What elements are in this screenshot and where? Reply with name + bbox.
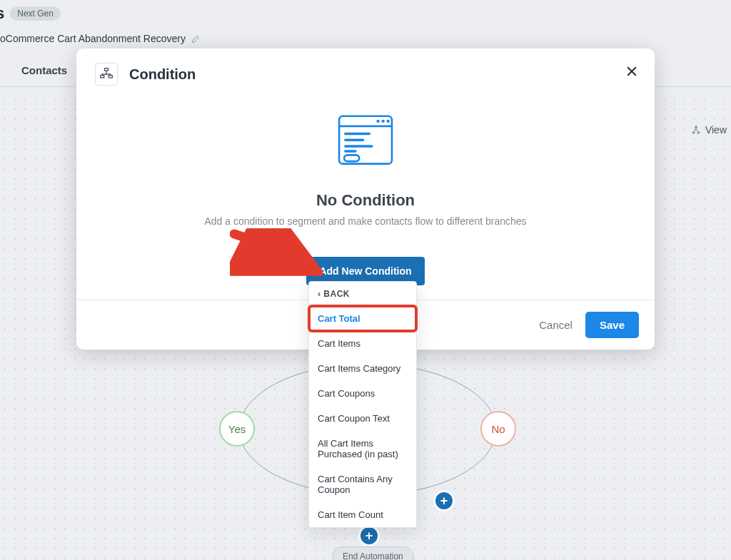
svg-point-11 <box>381 120 384 123</box>
branch-no-label: No <box>491 423 505 435</box>
condition-type-icon <box>95 63 118 86</box>
tab-contacts-label: Contacts <box>21 64 67 76</box>
cancel-button[interactable]: Cancel <box>539 319 573 331</box>
condition-dropdown: ‹ BACK Cart Total Cart Items Cart Items … <box>308 281 417 528</box>
dropdown-back-button[interactable]: ‹ BACK <box>309 282 416 306</box>
condition-illustration-icon <box>334 110 397 173</box>
svg-rect-17 <box>344 155 359 161</box>
dropdown-item-cart-coupons[interactable]: Cart Coupons <box>309 381 416 406</box>
svg-rect-6 <box>101 76 104 78</box>
dropdown-item-cart-items-category[interactable]: Cart Items Category <box>309 356 416 381</box>
view-toggle-label: View <box>705 124 727 136</box>
add-new-condition-label: Add New Condition <box>319 265 411 277</box>
dropdown-item-cart-contains-any-coupon[interactable]: Cart Contains Any Coupon <box>309 467 416 502</box>
empty-state-title: No Condition <box>105 191 626 210</box>
close-button[interactable] <box>625 64 639 81</box>
branch-icon <box>691 125 701 135</box>
svg-point-3 <box>692 132 694 133</box>
svg-rect-5 <box>105 68 109 71</box>
end-automation-node[interactable]: End Automation <box>332 546 414 560</box>
dropdown-item-cart-items[interactable]: Cart Items <box>309 331 416 356</box>
branch-node-no[interactable]: No <box>480 411 516 447</box>
close-icon <box>625 64 639 78</box>
page-title-fragment: s <box>0 4 4 23</box>
dropdown-item-cart-item-count[interactable]: Cart Item Count <box>309 502 416 527</box>
svg-point-12 <box>386 120 389 123</box>
svg-rect-7 <box>109 76 112 78</box>
branch-yes-label: Yes <box>228 423 246 435</box>
nextgen-badge: Next Gen <box>10 6 61 21</box>
end-automation-label: End Automation <box>343 551 403 560</box>
view-toggle-button[interactable]: View <box>691 124 727 136</box>
svg-point-10 <box>376 120 379 123</box>
tab-contacts[interactable]: Contacts <box>20 60 69 86</box>
svg-point-4 <box>697 132 699 133</box>
add-step-middle-button[interactable]: + <box>361 527 378 544</box>
edit-icon[interactable] <box>191 34 201 44</box>
empty-state-subtitle: Add a condition to segment and make cont… <box>105 215 626 227</box>
dropdown-item-all-cart-items-purchased[interactable]: All Cart Items Purchased (in past) <box>309 431 416 467</box>
save-button[interactable]: Save <box>585 312 639 338</box>
add-step-right-button[interactable]: + <box>435 492 453 509</box>
modal-title: Condition <box>129 66 196 83</box>
chevron-left-icon: ‹ <box>318 289 321 299</box>
dropdown-item-cart-coupon-text[interactable]: Cart Coupon Text <box>309 406 416 431</box>
svg-point-2 <box>695 126 697 128</box>
branch-node-yes[interactable]: Yes <box>219 411 255 447</box>
dropdown-item-cart-total[interactable]: Cart Total <box>309 306 416 331</box>
breadcrumb[interactable]: oCommerce Cart Abandonment Recovery <box>0 33 186 44</box>
dropdown-back-label: BACK <box>323 289 350 299</box>
